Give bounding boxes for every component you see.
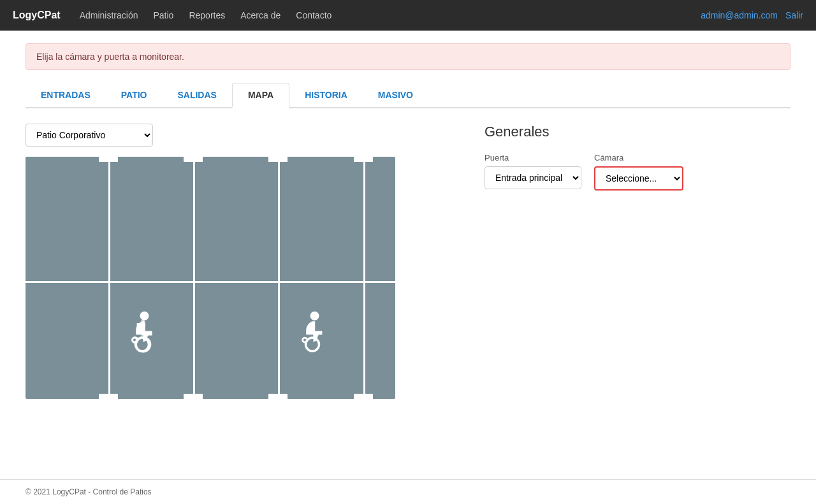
patio-select-wrap: Patio Corporativo [26,124,459,147]
grid-line-v3 [278,157,280,399]
tab-bar: ENTRADAS PATIO SALIDAS MAPA HISTORIA MAS… [26,83,790,108]
user-email: admin@admin.com [701,10,778,20]
main-content: Elija la cámara y puerta a monitorear. E… [0,31,816,412]
grid-line-v1 [108,157,110,399]
camara-dropdown[interactable]: Seleccione... [594,166,683,191]
pillar-top-1 [99,157,118,162]
tab-mapa[interactable]: MAPA [232,83,289,108]
grid-line-h1 [26,281,395,283]
brand-logo: LogyCPat [13,10,61,21]
navbar-right: admin@admin.com Salir [701,10,803,20]
svg-point-7 [303,338,307,342]
tab-salidas[interactable]: SALIDAS [162,83,231,108]
navbar: LogyCPat Administración Patio Reportes A… [0,0,816,31]
wheelchair-icon-2 [290,310,335,354]
nav-acerca[interactable]: Acerca de [240,10,280,20]
content-layout: Patio Corporativo [26,124,790,399]
wheelchair-icon-1 [120,310,164,354]
nav-links: Administración Patio Reportes Acerca de … [80,10,701,20]
nav-contacto[interactable]: Contacto [296,10,332,20]
grid-line-v2 [193,157,195,399]
pillar-top-2 [184,157,203,162]
parking-map [26,157,395,399]
svg-point-5 [310,312,319,320]
pillar-bottom-2 [184,394,203,399]
tab-entradas[interactable]: ENTRADAS [26,83,106,108]
tab-masivo[interactable]: MASIVO [363,83,428,108]
pillar-bottom-1 [99,394,118,399]
nav-administracion[interactable]: Administración [80,10,138,20]
left-panel: Patio Corporativo [26,124,459,399]
svg-point-4 [133,338,137,342]
footer-text: © 2021 LogyCPat - Control de Patios [26,487,152,496]
alert-banner: Elija la cámara y puerta a monitorear. [26,43,790,70]
pillar-top-3 [268,157,288,162]
camara-label: Cámara [594,153,683,162]
generales-title: Generales [484,124,688,140]
puerta-label: Puerta [484,153,581,162]
form-row: Puerta Entrada principal Cámara Seleccio… [484,153,688,191]
nav-reportes[interactable]: Reportes [189,10,225,20]
pillar-top-4 [354,157,373,162]
svg-point-0 [140,312,149,320]
footer: © 2021 LogyCPat - Control de Patios [0,479,816,504]
right-panel: Generales Puerta Entrada principal Cámar… [484,124,688,399]
alert-message: Elija la cámara y puerta a monitorear. [36,52,184,62]
pillar-bottom-4 [354,394,373,399]
pillar-bottom-3 [268,394,288,399]
tab-historia[interactable]: HISTORIA [289,83,363,108]
salir-link[interactable]: Salir [785,10,803,20]
puerta-group: Puerta Entrada principal [484,153,581,189]
tab-patio[interactable]: PATIO [106,83,163,108]
camara-group: Cámara Seleccione... [594,153,683,191]
grid-line-v4 [363,157,365,399]
patio-dropdown[interactable]: Patio Corporativo [26,124,153,147]
puerta-dropdown[interactable]: Entrada principal [484,166,581,189]
nav-patio[interactable]: Patio [154,10,174,20]
